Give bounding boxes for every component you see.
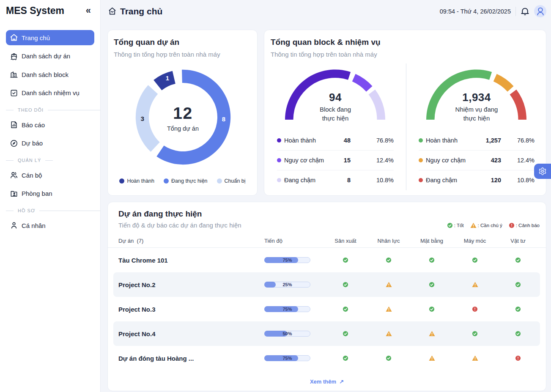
svg-text:1: 1	[166, 74, 169, 82]
